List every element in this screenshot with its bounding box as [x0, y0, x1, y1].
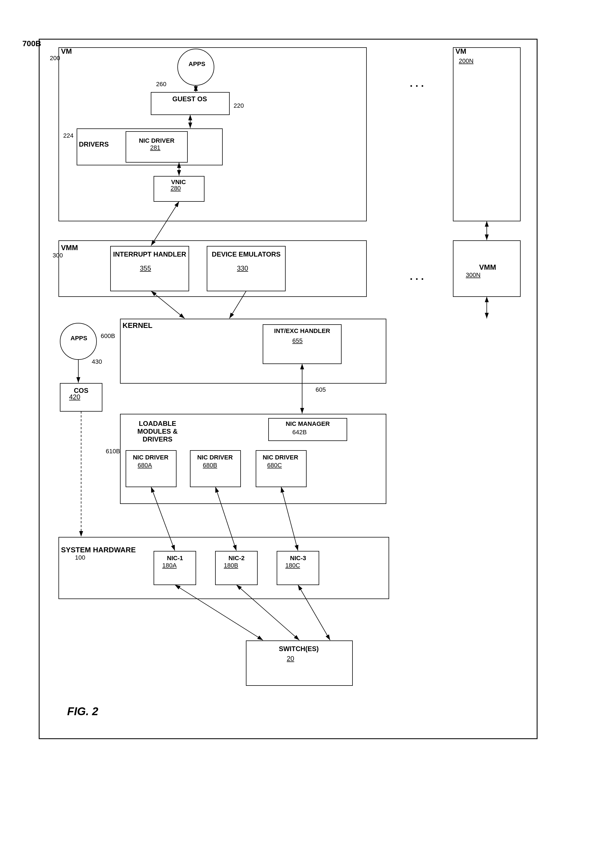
switches-ref: 20	[287, 655, 294, 663]
nic-2-label: NIC-2	[217, 554, 255, 562]
system-hardware-ref: 100	[75, 554, 85, 561]
outer-box-label: 700B	[23, 39, 41, 48]
interrupt-handler-ref: 355	[140, 264, 151, 272]
vm-n-label: VM	[455, 47, 467, 56]
svg-rect-2	[453, 48, 520, 221]
int-exc-handler-ref: 655	[292, 337, 303, 344]
drivers-ref: 224	[63, 132, 74, 139]
svg-line-38	[215, 487, 236, 551]
nic-driver-c-label: NIC DRIVER	[257, 454, 303, 461]
loadable-modules-label: LOADABLE MODULES & DRIVERS	[122, 420, 192, 443]
svg-line-32	[151, 291, 185, 319]
nic-2-ref: 180B	[224, 562, 238, 569]
nic-1-label: NIC-1	[156, 554, 194, 562]
device-emulators-ref: 330	[237, 264, 248, 272]
loadable-modules-ref: 610B	[106, 448, 120, 455]
ref-605: 605	[316, 386, 326, 393]
vm-n-ref: 200N	[459, 57, 474, 65]
vmm-n-ref: 300N	[466, 271, 481, 279]
device-emulators-label: DEVICE EMULATORS	[208, 251, 284, 258]
nic-driver-top-label: NIC DRIVER	[127, 137, 186, 144]
svg-line-41	[236, 585, 299, 640]
nic-3-ref: 180C	[285, 562, 300, 569]
cos-label: COS	[63, 387, 99, 394]
diagram-container: . . . . . . 700B VM 200 APPS 260 GUEST O…	[17, 11, 599, 839]
nic-3-label: NIC-3	[279, 554, 317, 562]
system-hardware-label: SYSTEM HARDWARE	[61, 545, 136, 554]
svg-line-39	[281, 487, 298, 551]
nic-driver-a-ref: 680A	[137, 462, 152, 469]
int-exc-handler-label: INT/EXC HANDLER	[264, 327, 340, 335]
nic-driver-b-label: NIC DRIVER	[192, 454, 238, 461]
nic-driver-top-ref: 281	[144, 144, 166, 151]
vnic-ref: 280	[165, 185, 187, 192]
svg-rect-0	[39, 39, 537, 739]
svg-line-42	[298, 585, 330, 640]
apps-top-ref: 260	[156, 81, 166, 88]
interrupt-handler-label: INTERRUPT HANDLER	[112, 251, 187, 258]
guest-os-ref: 220	[234, 102, 244, 109]
vm-main-label: VM	[61, 47, 72, 56]
fig-label: FIG. 2	[67, 705, 98, 718]
drivers-label: DRIVERS	[79, 140, 109, 148]
svg-line-40	[175, 585, 263, 640]
vmm-label: VMM	[61, 243, 78, 252]
apps-left-label: APPS	[68, 335, 90, 342]
svg-rect-1	[59, 48, 367, 221]
vm-main-ref: 200	[50, 54, 60, 62]
switches-label: SWITCH(ES)	[248, 645, 349, 653]
svg-text:. . .: . . .	[410, 77, 424, 89]
nic-manager-ref: 642B	[292, 429, 306, 436]
apps-left-ref: 430	[92, 358, 102, 366]
nic-manager-label: NIC MANAGER	[270, 420, 346, 428]
kernel-label: KERNEL	[122, 321, 152, 330]
cos-ref: 420	[69, 393, 80, 401]
nic-driver-a-label: NIC DRIVER	[128, 454, 174, 461]
svg-rect-5	[120, 319, 386, 383]
nic-driver-c-ref: 680C	[267, 462, 282, 469]
apps-top-label: APPS	[186, 60, 208, 68]
vmm-ref: 300	[53, 252, 63, 259]
nic-driver-b-ref: 680B	[203, 462, 217, 469]
svg-text:. . .: . . .	[410, 270, 424, 282]
kernel-ref: 600B	[101, 332, 115, 340]
vmm-n-label: VMM	[455, 263, 520, 272]
nic-1-ref: 180A	[162, 562, 177, 569]
svg-rect-3	[59, 241, 367, 297]
svg-line-33	[229, 291, 246, 319]
svg-line-37	[151, 487, 175, 551]
guest-os-label: GUEST OS	[153, 95, 226, 103]
svg-line-31	[151, 201, 179, 246]
